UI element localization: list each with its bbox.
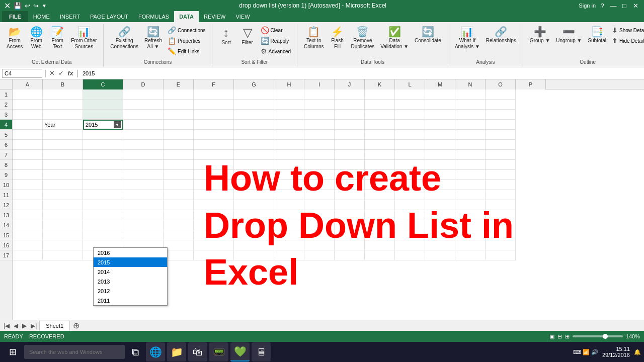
cell-m3[interactable] <box>425 110 455 120</box>
cell-n1[interactable] <box>455 89 486 100</box>
cell-d3[interactable] <box>123 110 164 120</box>
insert-function-icon[interactable]: fx <box>66 69 74 77</box>
col-header-m[interactable]: M <box>425 79 455 89</box>
filter-button[interactable]: ▽ Filter <box>237 25 258 47</box>
cell-k2[interactable] <box>365 100 395 110</box>
cell-n3[interactable] <box>455 110 486 120</box>
cell-n2[interactable] <box>455 100 486 110</box>
col-header-n[interactable]: N <box>455 79 486 89</box>
row-num-9[interactable]: 9 <box>0 170 12 180</box>
col-header-k[interactable]: K <box>365 79 395 89</box>
cell-i4[interactable] <box>304 120 335 130</box>
show-detail-button[interactable]: ⬇ Show Detail <box>610 25 644 35</box>
zoom-slider[interactable] <box>573 335 623 337</box>
cell-b2[interactable] <box>43 100 83 110</box>
sheet-nav-first[interactable]: |◀ <box>2 322 11 329</box>
maximize-button[interactable]: □ <box>620 2 629 10</box>
row-num-2[interactable]: 2 <box>0 100 12 110</box>
cell-f4[interactable] <box>194 120 234 130</box>
col-header-o[interactable]: O <box>486 79 516 89</box>
taskbar-app-store[interactable]: 🛍 <box>188 342 207 361</box>
cell-j3[interactable] <box>335 110 365 120</box>
col-header-p[interactable]: P <box>516 79 546 89</box>
redo-icon[interactable]: ↪ <box>33 2 39 10</box>
cell-g4[interactable] <box>234 120 274 130</box>
refresh-all-button[interactable]: 🔄 RefreshAll ▼ <box>142 25 165 51</box>
clear-button[interactable]: 🚫 Clear <box>259 25 293 35</box>
subtotal-button[interactable]: 📑 Subtotal <box>585 25 609 45</box>
cell-j1[interactable] <box>335 89 365 100</box>
row-num-3[interactable]: 3 <box>0 110 12 120</box>
cell-m2[interactable] <box>425 100 455 110</box>
tab-data[interactable]: DATA <box>174 11 199 22</box>
cell-b3[interactable] <box>43 110 83 120</box>
from-text-button[interactable]: 📝 FromText <box>47 25 67 51</box>
cell-h2[interactable] <box>274 100 304 110</box>
cell-f1[interactable] <box>194 89 234 100</box>
cell-h5[interactable] <box>274 130 304 140</box>
dropdown-list[interactable]: 2016 2015 2014 2013 2012 2011 <box>93 247 168 306</box>
dropdown-option-2012[interactable]: 2012 <box>94 286 167 296</box>
cell-f5[interactable] <box>194 130 234 140</box>
tab-insert[interactable]: INSERT <box>55 11 85 22</box>
cell-f2[interactable] <box>194 100 234 110</box>
relationships-button[interactable]: 🔗 Relationships <box>484 25 519 45</box>
row-num-6[interactable]: 6 <box>0 140 12 150</box>
data-validation-button[interactable]: ✅ DataValidation ▼ <box>378 25 411 51</box>
col-header-c[interactable]: C <box>83 79 123 89</box>
cell-c5[interactable] <box>83 130 123 140</box>
hide-detail-button[interactable]: ⬆ Hide Detail <box>610 36 644 46</box>
cell-h1[interactable] <box>274 89 304 100</box>
taskbar-app-extra[interactable]: 🖥 <box>252 342 271 361</box>
flash-fill-button[interactable]: ⚡ FlashFill <box>328 25 348 51</box>
cell-h4[interactable] <box>274 120 304 130</box>
cell-o3[interactable] <box>486 110 516 120</box>
from-web-button[interactable]: 🌐 FromWeb <box>26 25 46 51</box>
cell-e1[interactable] <box>164 89 194 100</box>
row-num-13[interactable]: 13 <box>0 210 12 220</box>
tab-view[interactable]: VIEW <box>230 11 255 22</box>
cell-f3[interactable] <box>194 110 234 120</box>
row-num-1[interactable]: 1 <box>0 89 12 100</box>
cell-k4[interactable] <box>365 120 395 130</box>
cell-i2[interactable] <box>304 100 335 110</box>
row-num-11[interactable]: 11 <box>0 190 12 200</box>
cell-g1[interactable] <box>234 89 274 100</box>
col-header-l[interactable]: L <box>395 79 425 89</box>
cell-b1[interactable] <box>43 89 83 100</box>
cell-m1[interactable] <box>425 89 455 100</box>
cell-c3[interactable] <box>83 110 123 120</box>
tab-review[interactable]: REVIEW <box>199 11 230 22</box>
connections-button[interactable]: 🔗 Connections <box>166 25 208 35</box>
qa-dropdown-icon[interactable]: ▼ <box>42 3 47 9</box>
cell-o4[interactable] <box>486 120 516 130</box>
cell-k3[interactable] <box>365 110 395 120</box>
row-num-10[interactable]: 10 <box>0 180 12 190</box>
col-header-f[interactable]: F <box>194 79 234 89</box>
row-num-12[interactable]: 12 <box>0 200 12 210</box>
cell-a3[interactable] <box>13 110 43 120</box>
cell-b4[interactable]: Year <box>43 120 83 130</box>
view-layout-icon[interactable]: ⊟ <box>557 333 562 340</box>
existing-connections-button[interactable]: 🔗 ExistingConnections <box>108 25 141 51</box>
cell-a1[interactable] <box>13 89 43 100</box>
row-num-5[interactable]: 5 <box>0 130 12 140</box>
cell-e4[interactable] <box>164 120 194 130</box>
cell-g3[interactable] <box>234 110 274 120</box>
cell-i3[interactable] <box>304 110 335 120</box>
taskbar-app-edge[interactable]: 🌐 <box>146 342 165 361</box>
dropdown-option-2011[interactable]: 2011 <box>94 296 167 305</box>
reapply-button[interactable]: 🔄 Reapply <box>259 36 293 46</box>
cell-o2[interactable] <box>486 100 516 110</box>
cell-j2[interactable] <box>335 100 365 110</box>
from-other-sources-button[interactable]: 📊 From OtherSources <box>68 25 99 51</box>
tab-page-layout[interactable]: PAGE LAYOUT <box>85 11 133 22</box>
taskbar-search-input[interactable] <box>24 345 125 359</box>
consolidate-button[interactable]: 🔄 Consolidate <box>412 25 444 45</box>
col-header-h[interactable]: H <box>274 79 304 89</box>
text-to-columns-button[interactable]: 📋 Text toColumns <box>301 25 326 51</box>
dropdown-option-2016[interactable]: 2016 <box>94 248 167 257</box>
formula-input[interactable]: 2015 <box>80 69 642 78</box>
col-header-e[interactable]: E <box>164 79 194 89</box>
close-button[interactable]: ✕ <box>631 2 640 10</box>
